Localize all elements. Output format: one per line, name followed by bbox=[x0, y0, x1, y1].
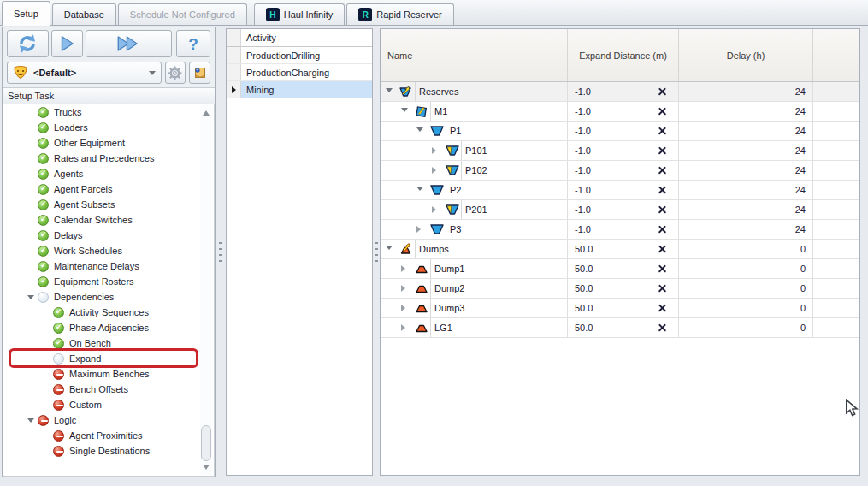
expand-icon[interactable] bbox=[432, 147, 436, 154]
sidebar-item-equipment-rosters[interactable]: Equipment Rosters bbox=[3, 274, 214, 289]
delay-cell[interactable]: 24 bbox=[679, 141, 813, 160]
tab-rapid-reserver[interactable]: RRapid Reserver bbox=[346, 3, 453, 25]
delay-cell[interactable]: 0 bbox=[679, 240, 813, 258]
expand-distance-cell[interactable]: 50.0 bbox=[568, 318, 679, 337]
tab-schedule-not-configured[interactable]: Schedule Not Configured bbox=[118, 3, 247, 25]
clear-icon[interactable] bbox=[658, 146, 667, 156]
grid-row-p102[interactable]: P102-1.024 bbox=[381, 161, 859, 181]
expand-icon[interactable] bbox=[432, 206, 436, 213]
delay-cell[interactable]: 24 bbox=[679, 102, 813, 121]
delay-cell[interactable]: 0 bbox=[679, 279, 813, 298]
sidebar-item-delays[interactable]: Delays bbox=[3, 228, 214, 243]
sidebar-item-maximum-benches[interactable]: Maximum Benches bbox=[3, 366, 214, 382]
collapse-icon[interactable] bbox=[27, 295, 34, 299]
run-all-button[interactable] bbox=[86, 30, 172, 57]
activity-row-productioncharging[interactable]: ProductionCharging bbox=[227, 64, 372, 81]
splitter-left[interactable] bbox=[218, 28, 223, 476]
collapse-icon[interactable] bbox=[27, 418, 34, 423]
delay-cell[interactable]: 24 bbox=[679, 82, 813, 101]
grid-row-m1[interactable]: M1-1.024 bbox=[381, 102, 859, 122]
grid-row-lg1[interactable]: LG150.00 bbox=[381, 318, 859, 338]
sidebar-item-dependencies[interactable]: Dependencies bbox=[3, 289, 214, 305]
delay-cell[interactable]: 24 bbox=[679, 220, 813, 239]
sidebar-item-other-equipment[interactable]: Other Equipment bbox=[3, 135, 214, 151]
grid-row-p2[interactable]: P2-1.024 bbox=[381, 181, 859, 200]
clear-icon[interactable] bbox=[658, 166, 667, 175]
tab-database[interactable]: Database bbox=[52, 3, 116, 25]
expand-icon[interactable] bbox=[416, 226, 421, 233]
expand-distance-cell[interactable]: -1.0 bbox=[568, 141, 679, 160]
sidebar-item-calendar-switches[interactable]: Calendar Switches bbox=[3, 212, 214, 228]
grid-row-p201[interactable]: P201-1.024 bbox=[381, 200, 859, 220]
activity-row-mining[interactable]: Mining bbox=[227, 81, 372, 98]
expand-icon[interactable] bbox=[432, 167, 436, 174]
clear-icon[interactable] bbox=[658, 284, 667, 293]
sidebar-item-work-schedules[interactable]: Work Schedules bbox=[3, 243, 214, 258]
collapse-icon[interactable] bbox=[416, 127, 423, 132]
notes-button[interactable] bbox=[189, 62, 210, 84]
scroll-up-icon[interactable] bbox=[203, 110, 210, 116]
scenario-dropdown[interactable]: <Default> bbox=[7, 62, 162, 84]
grid-row-dump1[interactable]: Dump150.00 bbox=[381, 259, 859, 279]
clear-icon[interactable] bbox=[658, 205, 667, 215]
scroll-down-icon[interactable] bbox=[203, 465, 210, 470]
collapse-icon[interactable] bbox=[416, 187, 423, 191]
clear-icon[interactable] bbox=[658, 127, 667, 136]
expand-icon[interactable] bbox=[401, 285, 405, 292]
expand-distance-cell[interactable]: 50.0 bbox=[568, 279, 679, 298]
sidebar-item-loaders[interactable]: Loaders bbox=[3, 120, 214, 135]
settings-button[interactable] bbox=[165, 62, 186, 84]
collapse-icon[interactable] bbox=[386, 246, 393, 250]
collapse-icon[interactable] bbox=[401, 108, 408, 112]
collapse-icon[interactable] bbox=[386, 88, 393, 92]
grid-row-dumps[interactable]: Dumps50.00 bbox=[381, 240, 859, 259]
sidebar-item-single-destinations[interactable]: Single Destinations bbox=[3, 443, 214, 459]
clear-icon[interactable] bbox=[658, 304, 667, 313]
sidebar-item-custom[interactable]: Custom bbox=[3, 397, 214, 412]
tab-haul-infinity[interactable]: HHaul Infinity bbox=[254, 3, 345, 25]
sidebar-scrollbar[interactable] bbox=[200, 105, 213, 475]
expand-icon[interactable] bbox=[401, 305, 405, 311]
sidebar-item-rates-and-precedences[interactable]: Rates and Precedences bbox=[3, 151, 214, 166]
column-header-delay-h[interactable]: Delay (h) bbox=[679, 29, 813, 81]
refresh-button[interactable] bbox=[7, 30, 49, 57]
expand-icon[interactable] bbox=[401, 265, 405, 272]
expand-distance-cell[interactable]: 50.0 bbox=[568, 240, 679, 258]
expand-distance-cell[interactable]: -1.0 bbox=[568, 102, 679, 121]
delay-cell[interactable]: 24 bbox=[679, 181, 813, 199]
sidebar-item-logic[interactable]: Logic bbox=[3, 412, 214, 428]
grid-row-dump3[interactable]: Dump350.00 bbox=[381, 299, 859, 318]
sidebar-item-agent-subsets[interactable]: Agent Subsets bbox=[3, 197, 214, 212]
sidebar-item-agent-parcels[interactable]: Agent Parcels bbox=[3, 181, 214, 197]
delay-cell[interactable]: 24 bbox=[679, 161, 813, 180]
delay-cell[interactable]: 0 bbox=[679, 318, 813, 337]
grid-row-p101[interactable]: P101-1.024 bbox=[381, 141, 859, 161]
sidebar-item-activity-sequences[interactable]: Activity Sequences bbox=[3, 305, 214, 320]
delay-cell[interactable]: 24 bbox=[679, 200, 813, 219]
expand-icon[interactable] bbox=[401, 324, 405, 331]
sidebar-item-on-bench[interactable]: On Bench bbox=[3, 335, 214, 351]
clear-icon[interactable] bbox=[658, 323, 667, 333]
sidebar-item-phase-adjacencies[interactable]: Phase Adjacencies bbox=[3, 320, 214, 335]
clear-icon[interactable] bbox=[658, 186, 667, 195]
clear-icon[interactable] bbox=[658, 264, 667, 274]
expand-distance-cell[interactable]: -1.0 bbox=[568, 122, 679, 140]
expand-distance-cell[interactable]: 50.0 bbox=[568, 259, 679, 278]
expand-distance-cell[interactable]: -1.0 bbox=[568, 181, 679, 199]
expand-distance-cell[interactable]: -1.0 bbox=[568, 200, 679, 219]
column-header-expand-distance-m[interactable]: Expand Distance (m) bbox=[568, 29, 679, 81]
sidebar-item-expand[interactable]: Expand bbox=[3, 351, 214, 366]
expand-distance-cell[interactable]: 50.0 bbox=[568, 299, 679, 317]
column-header-name[interactable]: Name bbox=[381, 29, 568, 81]
grid-row-dump2[interactable]: Dump250.00 bbox=[381, 279, 859, 299]
grid-row-p3[interactable]: P3-1.024 bbox=[381, 220, 859, 240]
expand-distance-cell[interactable]: -1.0 bbox=[568, 82, 679, 101]
scrollbar-thumb[interactable] bbox=[201, 425, 211, 461]
sidebar-item-maintenance-delays[interactable]: Maintenance Delays bbox=[3, 258, 214, 274]
clear-icon[interactable] bbox=[658, 107, 667, 116]
grid-row-reserves[interactable]: Reserves-1.024 bbox=[381, 82, 859, 102]
tab-setup[interactable]: Setup bbox=[2, 1, 50, 26]
clear-icon[interactable] bbox=[658, 225, 667, 234]
clear-icon[interactable] bbox=[658, 87, 667, 97]
sidebar-item-trucks[interactable]: Trucks bbox=[3, 104, 214, 120]
